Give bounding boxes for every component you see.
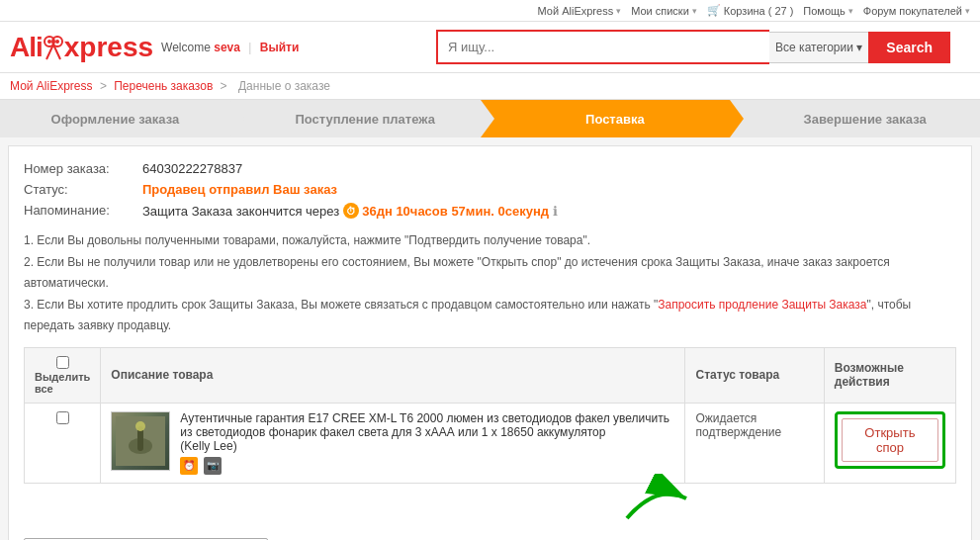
category-dropdown[interactable]: Все категории ▾ bbox=[769, 32, 868, 63]
order-info: Номер заказа: 64030222278837 Статус: Про… bbox=[24, 161, 956, 219]
timer-icon: ⏱ bbox=[343, 203, 359, 219]
col-checkbox: Выделить все bbox=[25, 347, 101, 403]
cart-count-badge: ( bbox=[768, 5, 772, 17]
product-icons: ⏰ 📷 bbox=[180, 457, 674, 475]
progress-bar: Оформление заказа Поступление платежа По… bbox=[0, 100, 980, 137]
order-number-label: Номер заказа: bbox=[24, 161, 142, 176]
help-nav[interactable]: Помощь ▾ bbox=[803, 5, 853, 17]
product-image bbox=[111, 411, 170, 471]
forum-chevron: ▾ bbox=[965, 6, 970, 16]
product-thumbnail-svg bbox=[116, 416, 165, 466]
logo-ali-text: Ali bbox=[10, 32, 43, 63]
cart-count: 27 bbox=[774, 5, 786, 17]
product-description: Аутентичные гарантия E17 CREE XM-L T6 20… bbox=[180, 411, 674, 439]
breadcrumb-my-aliexpress[interactable]: Мой AliExpress bbox=[10, 79, 93, 93]
row-status-value: Ожидается подтверждение bbox=[695, 411, 781, 439]
timer: ⏱ 36дн 10часов 57мин. 0секунд bbox=[343, 203, 549, 219]
order-status-label: Статус: bbox=[24, 182, 142, 197]
cart-label: Корзина bbox=[724, 5, 765, 17]
row-status-cell: Ожидается подтверждение bbox=[685, 403, 824, 483]
dispute-button-highlight: Открыть спор bbox=[835, 411, 945, 469]
my-lists-chevron: ▾ bbox=[692, 6, 697, 16]
cart-icon: 🛒 bbox=[707, 4, 721, 17]
select-all-checkbox[interactable] bbox=[56, 356, 69, 369]
top-navigation: Мой AliExpress ▾ Мои списки ▾ 🛒 Корзина … bbox=[0, 0, 980, 22]
forum-nav[interactable]: Форум покупателей ▾ bbox=[863, 5, 970, 17]
step-delivery: Поставка bbox=[481, 100, 731, 137]
extend-protection-link[interactable]: Запросить продление Защиты Заказа bbox=[658, 298, 866, 312]
breadcrumb-order-details: Данные о заказе bbox=[238, 79, 330, 93]
product-info: Аутентичные гарантия E17 CREE XM-L T6 20… bbox=[111, 411, 674, 475]
select-all-label: Выделить все bbox=[35, 371, 90, 395]
camera-icon: 📷 bbox=[204, 457, 222, 475]
step-completion-label: Завершение заказа bbox=[804, 112, 927, 127]
breadcrumb-sep1: > bbox=[100, 79, 107, 93]
forum-label: Форум покупателей bbox=[863, 5, 962, 17]
order-status-row: Статус: Продавец отправил Ваш заказ bbox=[24, 182, 956, 197]
col-status-header: Статус товара bbox=[685, 347, 824, 403]
my-aliexpress-nav[interactable]: Мой AliExpress ▾ bbox=[538, 5, 622, 17]
my-lists-label: Мои списки bbox=[631, 5, 689, 17]
breadcrumb-sep2: > bbox=[221, 79, 227, 93]
order-number-row: Номер заказа: 64030222278837 bbox=[24, 161, 956, 176]
row-action-cell: Открыть спор bbox=[824, 403, 955, 483]
search-button[interactable]: Search bbox=[868, 32, 950, 63]
logo-scissors-icon bbox=[43, 34, 64, 61]
svg-point-9 bbox=[135, 421, 145, 431]
welcome-text: Welcome bbox=[161, 41, 211, 54]
logout-link[interactable]: Выйти bbox=[260, 41, 300, 54]
order-status-value: Продавец отправил Ваш заказ bbox=[142, 182, 337, 197]
order-number-value: 64030222278837 bbox=[142, 161, 242, 176]
reminder-label: Напоминание: bbox=[24, 203, 142, 218]
table-row: Аутентичные гарантия E17 CREE XM-L T6 20… bbox=[25, 403, 956, 483]
search-input[interactable] bbox=[436, 30, 769, 64]
clock-icon: ⏰ bbox=[180, 457, 198, 475]
note-3-start: 3. Если Вы хотите продлить срок Защиты З… bbox=[24, 298, 658, 312]
col-description-header: Описание товара bbox=[101, 347, 685, 403]
step-order-placement: Оформление заказа bbox=[0, 100, 230, 137]
my-aliexpress-label: Мой AliExpress bbox=[538, 5, 614, 17]
logo-xpress-text: xpress bbox=[64, 32, 153, 63]
user-name-link[interactable]: seva bbox=[214, 41, 240, 54]
row-checkbox-cell bbox=[25, 403, 101, 483]
cart-nav[interactable]: 🛒 Корзина (27) bbox=[707, 4, 794, 17]
product-thumbnail bbox=[112, 412, 169, 470]
reminder-content: Защита Заказа закончится через ⏱ 36дн 10… bbox=[142, 203, 558, 219]
my-lists-nav[interactable]: Мои списки ▾ bbox=[631, 5, 697, 17]
product-details: Аутентичные гарантия E17 CREE XM-L T6 20… bbox=[180, 411, 674, 475]
step-delivery-label: Поставка bbox=[585, 112, 645, 127]
arrow-indicator bbox=[617, 474, 956, 523]
help-label: Помощь bbox=[803, 5, 846, 17]
breadcrumb: Мой AliExpress > Перечень заказов > Данн… bbox=[0, 73, 980, 100]
svg-point-3 bbox=[55, 40, 59, 44]
product-seller: (Kelly Lee) bbox=[180, 439, 674, 453]
row-checkbox[interactable] bbox=[56, 411, 69, 424]
row-product-cell: Аутентичные гарантия E17 CREE XM-L T6 20… bbox=[101, 403, 685, 483]
breadcrumb-order-list[interactable]: Перечень заказов bbox=[114, 79, 213, 93]
step-completion: Завершение заказа bbox=[730, 100, 980, 137]
category-label: Все категории bbox=[775, 41, 853, 54]
col-actions-header: Возможные действия bbox=[824, 347, 955, 403]
step-order-placement-label: Оформление заказа bbox=[51, 112, 180, 127]
my-aliexpress-chevron: ▾ bbox=[616, 6, 621, 16]
order-table: Выделить все Описание товара Статус това… bbox=[24, 347, 956, 484]
search-area: Все категории ▾ Search bbox=[436, 30, 950, 64]
timer-value: 36дн 10часов 57мин. 0секунд bbox=[362, 204, 549, 219]
welcome-area: Welcome seva | Выйти bbox=[161, 41, 299, 54]
note-1: 1. Если Вы довольны полученными товарами… bbox=[24, 230, 956, 252]
open-dispute-button[interactable]: Открыть спор bbox=[842, 418, 938, 462]
select-all-area: Выделить все bbox=[35, 356, 90, 395]
note-3: 3. Если Вы хотите продлить срок Защиты З… bbox=[24, 295, 956, 337]
note-2: 2. Если Вы не получили товар или не удов… bbox=[24, 252, 956, 295]
reminder-row: Напоминание: Защита Заказа закончится че… bbox=[24, 203, 956, 219]
main-content: Номер заказа: 64030222278837 Статус: Про… bbox=[8, 145, 972, 540]
logo[interactable]: Ali xpress bbox=[10, 32, 153, 63]
info-icon[interactable]: ℹ bbox=[553, 204, 558, 219]
step-payment-label: Поступление платежа bbox=[295, 112, 435, 127]
svg-point-2 bbox=[47, 40, 51, 44]
order-notes: 1. Если Вы довольны полученными товарами… bbox=[24, 230, 956, 337]
category-chevron: ▾ bbox=[856, 41, 862, 54]
green-arrow-icon bbox=[617, 474, 696, 523]
reminder-text: Защита Заказа закончится через bbox=[142, 204, 339, 219]
step-payment: Поступление платежа bbox=[230, 100, 481, 137]
